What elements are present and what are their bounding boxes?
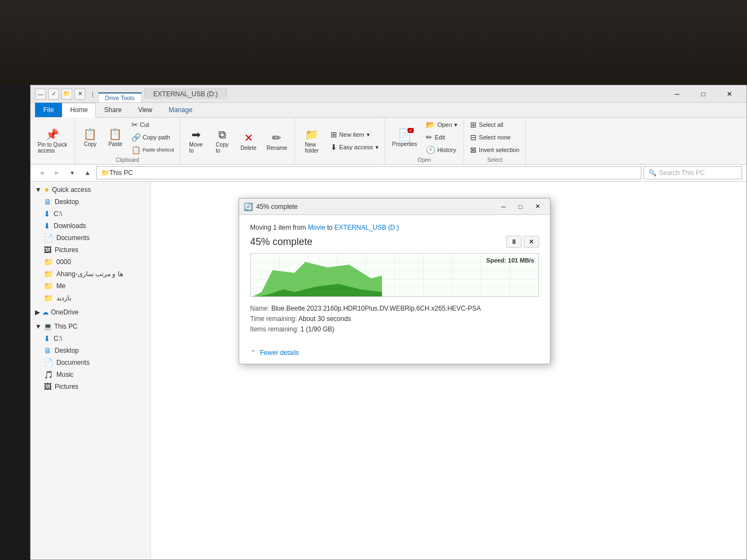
up-button[interactable]: ▲ xyxy=(81,166,94,179)
cut-icon: ✂ xyxy=(131,120,138,129)
new-group: 📁 Newfolder ⊞ New item ▾ ⬇ Easy access ▾ xyxy=(295,118,385,164)
new-item-button[interactable]: ⊞ New item ▾ xyxy=(328,129,381,141)
select-none-button[interactable]: ⊟ Select none xyxy=(467,131,522,143)
external-usb-tab[interactable]: EXTERNAL_USB (D:) xyxy=(144,89,227,99)
checkmark-icon[interactable]: ✓ xyxy=(48,89,59,100)
copy-path-button[interactable]: 🔗 Copy path xyxy=(129,131,177,143)
sidebar-item-me[interactable]: 📁 Me xyxy=(31,280,150,292)
pin-icon: 📌 xyxy=(45,128,59,141)
easy-access-button[interactable]: ⬇ Easy access ▾ xyxy=(328,141,381,153)
from-folder-link[interactable]: Movie xyxy=(308,224,325,231)
sidebar-item-downloads[interactable]: ⬇ Downloads xyxy=(31,220,150,232)
main-content: ▼ ★ Quick access 🖥 Desktop ⬇ C:\ ⬇ Downl… xyxy=(31,182,746,559)
sidebar-item-bazdid[interactable]: 📁 بازدید xyxy=(31,292,150,304)
progress-dialog: 🔄 45% complete ─ □ ✕ Moving 1 item from … xyxy=(239,198,551,364)
back-button[interactable]: ◄ xyxy=(35,166,48,179)
to-folder-link[interactable]: EXTERNAL_USB (D:) xyxy=(334,224,399,231)
pause-button[interactable]: ⏸ xyxy=(506,236,522,248)
sidebar-item-desktop-pc[interactable]: 🖥 Desktop xyxy=(31,345,150,357)
sidebar-item-c-drive[interactable]: ⬇ C:\ xyxy=(31,208,150,220)
dialog-copy-icon: 🔄 xyxy=(244,202,253,211)
downloads-icon: ⬇ xyxy=(44,221,50,230)
title-bar-icons: — ✓ 📁 ✕ | xyxy=(35,89,94,100)
copy-to-button[interactable]: ⧉ Copyto xyxy=(210,126,234,156)
recent-button[interactable]: ▾ xyxy=(66,166,79,179)
chevron-icon: ▼ xyxy=(35,186,42,194)
sidebar-item-documents-pc[interactable]: 📄 Documents xyxy=(31,357,150,369)
c-pc-icon: ⬇ xyxy=(44,334,50,343)
dialog-minimize-button[interactable]: ─ xyxy=(495,201,512,213)
search-placeholder: Search This PC xyxy=(659,169,705,177)
new-item-icon: ⊞ xyxy=(331,130,337,139)
chevron-right-icon: ▶ xyxy=(35,308,40,316)
tab-share[interactable]: Share xyxy=(96,103,130,117)
chevron-down-pc-icon: ▼ xyxy=(35,323,42,330)
folder-0000-icon: 📁 xyxy=(44,258,53,266)
minimize-button[interactable]: ─ xyxy=(664,86,690,102)
this-pc-header[interactable]: ▼ 💻 This PC xyxy=(31,320,150,332)
tab-manage[interactable]: Manage xyxy=(160,103,200,117)
sidebar-item-pictures-pc[interactable]: 🖼 Pictures xyxy=(31,381,150,393)
bazdid-folder-icon: 📁 xyxy=(44,294,53,302)
time-value-text: About 30 seconds xyxy=(298,315,351,323)
new-folder-button[interactable]: 📁 Newfolder xyxy=(298,126,326,156)
select-all-button[interactable]: ⊞ Select all xyxy=(467,119,522,131)
search-box[interactable]: 🔍 Search This PC xyxy=(644,166,742,179)
cut-button[interactable]: ✂ Cut xyxy=(129,119,177,131)
sidebar-item-c-pc[interactable]: ⬇ C:\ xyxy=(31,332,150,345)
rename-button[interactable]: ✏ Rename xyxy=(263,129,291,153)
pin-to-quick-access-button[interactable]: 📌 Pin to Quickaccess xyxy=(34,126,71,156)
forward-button[interactable]: ► xyxy=(50,166,63,179)
items-label: Items remaining: xyxy=(250,325,299,333)
dialog-description: Moving 1 item from Movie to EXTERNAL_USB… xyxy=(250,224,539,231)
ahang-folder-icon: 📁 xyxy=(44,270,53,278)
cancel-transfer-button[interactable]: ✕ xyxy=(524,236,539,248)
tab-home[interactable]: Home xyxy=(62,103,96,118)
maximize-button[interactable]: □ xyxy=(691,86,716,102)
paste-shortcut-button[interactable]: 📋 Paste shortcut xyxy=(129,144,177,156)
copy-button[interactable]: 📋 Copy xyxy=(78,125,102,149)
dialog-controls: ⏸ ✕ xyxy=(506,236,539,248)
sidebar-item-music-pc[interactable]: 🎵 Music xyxy=(31,369,150,381)
dialog-maximize-button[interactable]: □ xyxy=(512,201,529,213)
minimize-icon[interactable]: — xyxy=(35,89,46,100)
ribbon-tabs: File Home Share View Manage xyxy=(31,103,746,118)
select-all-icon: ⊞ xyxy=(470,120,477,129)
history-button[interactable]: 🕐 History xyxy=(423,144,460,156)
sidebar-item-pictures[interactable]: 🖼 Pictures xyxy=(31,244,150,256)
dialog-title-bar: 🔄 45% complete ─ □ ✕ xyxy=(239,199,550,215)
onedrive-header[interactable]: ▶ ☁ OneDrive xyxy=(31,306,150,318)
sidebar-item-documents[interactable]: 📄 Documents xyxy=(31,232,150,244)
explorer-window: — ✓ 📁 ✕ | Drive Tools EXTERNAL_USB (D:) … xyxy=(30,85,747,560)
close-title-icon[interactable]: ✕ xyxy=(74,89,85,100)
history-icon: 🕐 xyxy=(426,145,435,154)
dialog-body: Moving 1 item from Movie to EXTERNAL_USB… xyxy=(239,215,550,344)
invert-selection-button[interactable]: ⊠ Invert selection xyxy=(467,144,522,156)
fewer-details-button[interactable]: ⌃ Fewer details xyxy=(250,348,299,357)
dialog-close-button[interactable]: ✕ xyxy=(529,201,546,213)
paste-button[interactable]: 📋 Paste xyxy=(105,125,126,149)
folder-icon[interactable]: 📁 xyxy=(61,89,72,100)
items-remaining-row: Items remaining: 1 (1/90 GB) xyxy=(250,324,539,335)
dialog-main-row: 45% complete ⏸ ✕ xyxy=(250,236,539,248)
open-button[interactable]: 📂 Open ▾ xyxy=(423,119,460,131)
tab-view[interactable]: View xyxy=(130,103,160,117)
sidebar-item-desktop[interactable]: 🖥 Desktop xyxy=(31,196,150,208)
speed-chart: Speed: 101 MB/s xyxy=(250,253,539,297)
ribbon-content: 📌 Pin to Quickaccess 📋 Copy 📋 Paste ✂ xyxy=(31,118,746,165)
quick-access-header[interactable]: ▼ ★ Quick access xyxy=(31,184,150,196)
sidebar-item-ahang[interactable]: 📁 Ahang-ها و مرتب سازی xyxy=(31,268,150,280)
tab-file[interactable]: File xyxy=(35,103,62,117)
address-path[interactable]: 📁 This PC xyxy=(96,166,641,179)
edit-button[interactable]: ✏ Edit xyxy=(423,131,460,143)
drive-tools-tab[interactable]: Drive Tools xyxy=(98,92,142,102)
edit-icon: ✏ xyxy=(426,133,432,142)
delete-button[interactable]: ✕ Delete xyxy=(236,129,260,153)
move-icon: ➡ xyxy=(192,128,201,141)
move-to-button[interactable]: ➡ Moveto xyxy=(184,126,208,156)
copy-to-icon: ⧉ xyxy=(218,129,226,141)
sidebar-item-0000[interactable]: 📁 0000 xyxy=(31,256,150,268)
properties-button[interactable]: 📄 ✓ Properties xyxy=(389,126,421,149)
new-folder-icon: 📁 xyxy=(305,128,319,141)
close-button[interactable]: ✕ xyxy=(717,86,742,102)
